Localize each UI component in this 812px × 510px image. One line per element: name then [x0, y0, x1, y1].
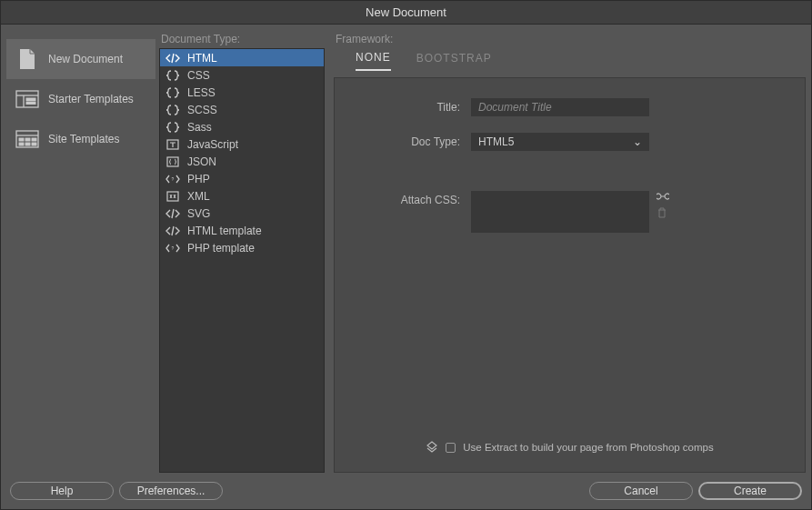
doctype-label: Doc Type: — [353, 133, 471, 148]
starter-templates-icon — [15, 87, 39, 111]
tab-none[interactable]: NONE — [356, 51, 391, 71]
doctype-item-html-template[interactable]: HTML template — [160, 222, 324, 239]
extract-row: Use Extract to build your page from Phot… — [353, 432, 787, 463]
svg-text:?: ? — [172, 176, 175, 182]
attach-css-row: Attach CSS: — [353, 191, 787, 233]
sidebar-item-label: Site Templates — [48, 133, 120, 145]
braces-icon — [165, 104, 180, 116]
doctype-item-label: JSON — [187, 155, 216, 168]
title-input[interactable] — [471, 98, 649, 116]
doctype-item-sass[interactable]: Sass — [160, 118, 324, 135]
svg-rect-9 — [32, 138, 36, 141]
titlebar: New Document — [1, 1, 811, 25]
doctype-select-value: HTML5 — [478, 135, 514, 148]
php-icon: ? — [165, 173, 180, 185]
doctype-item-php-template[interactable]: ? PHP template — [160, 239, 324, 256]
doctype-item-svg[interactable]: SVG — [160, 205, 324, 222]
doctype-item-label: HTML — [187, 52, 217, 65]
main-area: New Document Starter Templates Site Temp… — [1, 25, 811, 473]
doctype-item-php[interactable]: ? PHP — [160, 170, 324, 187]
doctype-item-label: JavaScript — [187, 138, 238, 151]
file-icon — [15, 47, 39, 71]
document-type-label: Document Type: — [159, 30, 325, 48]
title-label: Title: — [353, 98, 471, 114]
window-title: New Document — [366, 5, 446, 19]
document-type-list[interactable]: HTML CSS LESS SCSS — [159, 48, 325, 473]
sidebar-item-site-templates[interactable]: Site Templates — [6, 119, 155, 159]
form-panel: Title: Doc Type: HTML5 ⌄ Attach CSS: — [334, 77, 806, 473]
extract-icon — [426, 441, 438, 454]
doctype-row: Doc Type: HTML5 ⌄ — [353, 133, 787, 151]
doctype-item-label: SCSS — [187, 104, 217, 116]
doctype-item-scss[interactable]: SCSS — [160, 101, 324, 118]
sidebar-item-starter-templates[interactable]: Starter Templates — [6, 79, 155, 119]
window-body: New Document Starter Templates Site Temp… — [1, 25, 811, 509]
create-button[interactable]: Create — [698, 482, 802, 500]
extract-text: Use Extract to build your page from Phot… — [463, 442, 714, 453]
svg-rect-4 — [26, 102, 35, 105]
svg-rect-14 — [167, 157, 178, 166]
braces-icon — [165, 121, 180, 134]
svg-rect-3 — [26, 98, 35, 101]
doctype-item-less[interactable]: LESS — [160, 84, 324, 101]
svg-rect-16 — [167, 192, 178, 201]
extract-checkbox[interactable] — [446, 443, 456, 453]
doctype-item-label: Sass — [187, 121, 212, 134]
js-icon — [165, 138, 180, 151]
sidebar: New Document Starter Templates Site Temp… — [6, 30, 155, 473]
attach-css-list[interactable] — [471, 191, 649, 233]
doctype-item-xml[interactable]: XML — [160, 187, 324, 205]
doctype-item-css[interactable]: CSS — [160, 66, 324, 84]
doctype-item-label: HTML template — [187, 225, 262, 237]
svg-rect-8 — [25, 138, 30, 141]
attach-css-actions — [657, 191, 669, 220]
svg-rect-12 — [32, 143, 36, 145]
new-document-window: New Document New Document Starter Templa… — [0, 0, 812, 510]
framework-label: Framework: — [334, 30, 806, 48]
framework-tabs: NONE BOOTSTRAP — [334, 48, 806, 74]
doctype-select[interactable]: HTML5 ⌄ — [471, 133, 649, 151]
chevron-down-icon: ⌄ — [633, 135, 642, 148]
help-button[interactable]: Help — [10, 482, 114, 500]
link-icon[interactable] — [657, 191, 669, 204]
php-icon: ? — [165, 242, 180, 255]
xml-icon — [165, 190, 180, 203]
doctype-item-label: PHP template — [187, 242, 255, 255]
doctype-item-json[interactable]: JSON — [160, 153, 324, 170]
doctype-item-html[interactable]: HTML — [160, 49, 324, 66]
doctype-item-label: SVG — [187, 207, 210, 220]
code-icon — [165, 52, 180, 65]
doctype-item-javascript[interactable]: JavaScript — [160, 135, 324, 153]
code-icon — [165, 207, 180, 220]
site-templates-icon — [15, 127, 39, 151]
sidebar-item-label: New Document — [48, 53, 123, 65]
cancel-button[interactable]: Cancel — [589, 482, 693, 500]
braces-icon — [165, 69, 180, 82]
sidebar-item-label: Starter Templates — [48, 93, 134, 105]
attach-css-label: Attach CSS: — [353, 191, 471, 206]
footer: Help Preferences... Cancel Create — [1, 473, 811, 509]
code-icon — [165, 225, 180, 237]
doctype-item-label: LESS — [187, 86, 216, 99]
sidebar-item-new-document[interactable]: New Document — [6, 39, 155, 79]
braces-icon — [165, 86, 180, 99]
trash-icon[interactable] — [657, 207, 669, 220]
json-icon — [165, 155, 180, 168]
svg-text:?: ? — [172, 245, 175, 251]
svg-rect-11 — [25, 143, 30, 145]
doctype-item-label: PHP — [187, 173, 210, 185]
framework-column: Framework: NONE BOOTSTRAP Title: Doc Typ… — [328, 30, 806, 473]
tab-bootstrap[interactable]: BOOTSTRAP — [416, 52, 492, 70]
doctype-item-label: CSS — [187, 69, 210, 82]
svg-rect-7 — [19, 138, 24, 141]
document-type-column: Document Type: HTML CSS LESS — [159, 30, 325, 473]
svg-rect-10 — [19, 143, 24, 145]
doctype-item-label: XML — [187, 190, 210, 203]
title-row: Title: — [353, 98, 787, 116]
preferences-button[interactable]: Preferences... — [119, 482, 223, 500]
